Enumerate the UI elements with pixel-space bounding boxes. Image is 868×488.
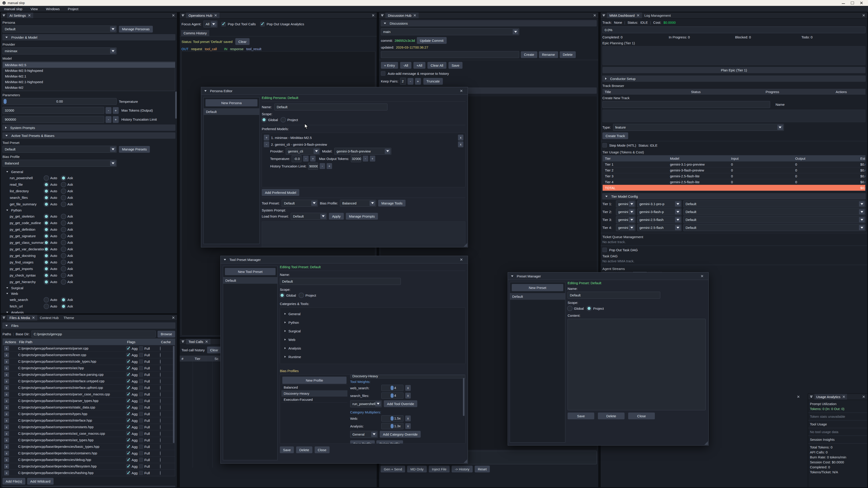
scope-global-radio[interactable] (567, 306, 572, 311)
entry-button[interactable]: -All (400, 62, 411, 69)
preset-select[interactable]: Default (683, 216, 866, 223)
agg-checkbox[interactable] (126, 425, 130, 429)
conductor-setup-section[interactable]: Conductor Setup (602, 75, 866, 82)
ask-radio[interactable]: Ask (61, 214, 79, 219)
temp-plus-button[interactable]: + (310, 156, 315, 162)
manage-prompts-button[interactable]: Manage Prompts (346, 213, 378, 220)
full-checkbox[interactable] (139, 425, 143, 429)
remove-file-button[interactable]: x (4, 470, 9, 475)
ask-radio[interactable]: Ask (61, 260, 79, 265)
close-hidden-panel-icon[interactable] (797, 395, 800, 398)
discussion-select[interactable]: main (381, 28, 519, 35)
remove-file-button[interactable]: x (4, 431, 9, 436)
auto-radio[interactable]: Auto (44, 189, 61, 193)
provider-model-section[interactable]: Provider & Model (2, 34, 176, 40)
remove-file-button[interactable]: x (4, 392, 9, 397)
close-panel-icon[interactable] (862, 395, 865, 398)
ask-radio[interactable]: Ask (61, 297, 79, 302)
ask-radio[interactable]: Ask (61, 182, 79, 187)
full-checkbox[interactable] (139, 438, 143, 442)
provider-select[interactable]: gemini (616, 200, 636, 207)
new-tool-preset-button[interactable]: New Tool Preset (225, 268, 276, 275)
new-persona-button[interactable]: New Persona (206, 99, 257, 106)
agg-checkbox[interactable] (126, 412, 130, 416)
temperature-slider[interactable]: 0.00 (2, 98, 117, 105)
agg-checkbox[interactable] (126, 438, 130, 442)
screenshots-section[interactable]: Screenshots (2, 486, 176, 488)
profile-item[interactable]: Discovery-Heavy (281, 390, 347, 396)
full-checkbox[interactable] (139, 451, 143, 455)
model-option[interactable]: MiniMax-M2.1-highspeed (3, 79, 175, 85)
dock-menu-icon[interactable] (600, 12, 607, 18)
ask-radio[interactable]: Ask (61, 273, 79, 278)
history-minus-button[interactable]: - (105, 116, 112, 123)
model-down-button[interactable]: - (264, 141, 269, 147)
keep-pairs-input[interactable]: 2 (400, 78, 406, 85)
menu-item[interactable]: View (31, 7, 38, 11)
persona-editor-titlebar[interactable]: Persona Editor (201, 87, 468, 95)
agg-checkbox[interactable] (126, 346, 130, 350)
provider-select[interactable]: gemini (616, 224, 636, 231)
ask-radio[interactable]: Ask (61, 304, 79, 308)
tab-operations-hub[interactable]: Operations Hub (186, 12, 219, 18)
entry-button[interactable]: + Entry (381, 62, 398, 69)
track-name-input[interactable] (602, 101, 770, 108)
remove-file-button[interactable]: x (4, 398, 9, 403)
category-python[interactable]: Python (1, 207, 177, 213)
tpm-category-general[interactable]: General (281, 310, 464, 318)
model-option[interactable]: MiniMax-M2.5 (3, 62, 175, 68)
auto-radio[interactable]: Auto (44, 182, 61, 187)
scrollbar-thumb[interactable] (463, 378, 465, 416)
full-checkbox[interactable] (139, 379, 143, 383)
full-checkbox[interactable] (139, 464, 143, 468)
column-header[interactable]: File Path (19, 340, 127, 344)
column-header[interactable]: Actions (5, 340, 19, 344)
resize-grip-icon[interactable] (464, 243, 467, 247)
max-tokens-plus-button[interactable]: + (113, 107, 119, 114)
close-tab-icon[interactable] (205, 340, 208, 343)
auto-radio[interactable]: Auto (44, 260, 61, 265)
new-profile-button[interactable]: New Profile (282, 377, 346, 384)
close-dialog-icon[interactable] (460, 258, 463, 261)
model-option[interactable]: MiniMax-M2 (3, 85, 175, 90)
dock-menu-icon[interactable] (379, 12, 385, 18)
tier-model-config-section[interactable]: Tier Model Config (602, 193, 866, 199)
clear-status-button[interactable]: Clear (235, 38, 250, 45)
model-option[interactable]: MiniMax-M2.5-highspeed (3, 68, 175, 73)
category-general[interactable]: General (1, 169, 177, 175)
preset-name-input[interactable]: Default (567, 292, 660, 299)
category-web[interactable]: Web (1, 291, 177, 296)
remove-file-button[interactable]: x (4, 346, 9, 351)
max-tokens-minus-button[interactable]: - (105, 107, 112, 114)
pref-model-select[interactable]: gemini-3-flash-preview (334, 148, 391, 155)
remove-file-button[interactable]: x (4, 385, 9, 390)
auto-radio[interactable]: Auto (44, 227, 61, 232)
composer-button[interactable]: -> History (452, 466, 473, 473)
full-checkbox[interactable] (139, 399, 143, 403)
popout-dag-checkbox[interactable] (602, 248, 607, 252)
column-header[interactable]: Cache (161, 340, 175, 344)
basedir-input[interactable]: C:/projects/gencpp (31, 330, 156, 337)
scope-project-radio[interactable] (299, 293, 304, 297)
remove-multiplier-button[interactable]: x (405, 416, 411, 421)
close-tab-icon[interactable] (413, 14, 416, 17)
hist-minus-button[interactable]: - (320, 163, 325, 169)
preset-list-item[interactable]: Default (510, 293, 565, 300)
resize-grip-icon[interactable] (704, 441, 708, 445)
agg-checkbox[interactable] (126, 445, 130, 449)
close-tab-icon[interactable] (214, 14, 217, 17)
ask-radio[interactable]: Ask (61, 176, 79, 180)
scope-global-radio[interactable] (262, 118, 266, 122)
column-header[interactable]: Flags (127, 340, 161, 344)
close-tab-icon[interactable] (842, 395, 845, 398)
provider-select[interactable]: gemini (616, 216, 636, 223)
menu-item[interactable]: Windows (46, 7, 60, 11)
weight-slider[interactable]: 1.5x (381, 415, 403, 422)
full-checkbox[interactable] (139, 366, 143, 370)
pref-temp-input[interactable]: -0.0 (291, 155, 302, 162)
maximize-icon[interactable] (851, 2, 854, 4)
preset-content-textarea[interactable] (567, 319, 706, 410)
history-plus-button[interactable]: + (113, 116, 119, 123)
close-panel-icon[interactable] (593, 14, 596, 17)
composer-button[interactable]: Gen + Send (381, 466, 405, 473)
